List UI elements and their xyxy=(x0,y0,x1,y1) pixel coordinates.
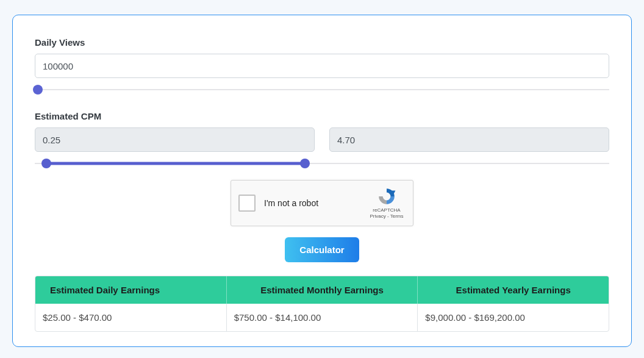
recaptcha-label: I'm not a robot xyxy=(264,198,368,208)
table-row: $25.00 - $470.00 $750.00 - $14,100.00 $9… xyxy=(35,304,609,331)
slider-thumb-low[interactable] xyxy=(41,159,51,168)
recaptcha-checkbox[interactable] xyxy=(238,195,256,212)
recaptcha-icon xyxy=(377,187,396,206)
slider-track xyxy=(35,89,609,90)
daily-views-slider[interactable] xyxy=(35,84,609,95)
header-monthly: Estimated Monthly Earnings xyxy=(227,276,418,304)
cpm-low-input xyxy=(35,127,315,152)
slider-thumb-high[interactable] xyxy=(300,159,310,168)
cpm-label: Estimated CPM xyxy=(35,111,609,121)
cpm-range-slider[interactable] xyxy=(35,158,609,169)
value-monthly: $750.00 - $14,100.00 xyxy=(227,304,418,331)
daily-views-input[interactable] xyxy=(35,54,609,78)
calculator-card: Daily Views Estimated CPM I'm not a robo… xyxy=(12,15,632,347)
daily-views-label: Daily Views xyxy=(35,37,609,48)
value-daily: $25.00 - $470.00 xyxy=(35,304,227,331)
recaptcha-widget: I'm not a robot reCAPTCHA Privacy - Term… xyxy=(231,180,413,226)
table-header-row: Estimated Daily Earnings Estimated Month… xyxy=(35,276,609,304)
slider-fill xyxy=(46,162,305,165)
header-daily: Estimated Daily Earnings xyxy=(35,276,227,304)
cpm-high-input xyxy=(329,127,609,152)
calculator-button[interactable]: Calculator xyxy=(285,237,359,262)
value-yearly: $9,000.00 - $169,200.00 xyxy=(418,304,609,331)
recaptcha-badge: reCAPTCHA Privacy - Terms xyxy=(368,187,406,220)
recaptcha-brand-text: reCAPTCHA xyxy=(368,207,406,213)
header-yearly: Estimated Yearly Earnings xyxy=(418,276,609,304)
results-table: Estimated Daily Earnings Estimated Month… xyxy=(35,276,609,332)
slider-thumb[interactable] xyxy=(33,85,43,95)
recaptcha-links-text: Privacy - Terms xyxy=(368,213,406,220)
